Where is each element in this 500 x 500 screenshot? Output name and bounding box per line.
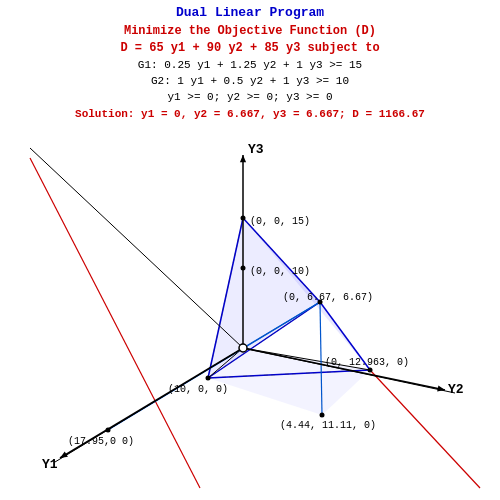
constraint2: G2: 1 y1 + 0.5 y2 + 1 y3 >= 10 [0,74,500,90]
objective-eq: D = 65 y1 + 90 y2 + 85 y3 subject to [0,40,500,57]
objective-label: Minimize the Objective Function (D) [0,23,500,40]
nonnegativity: y1 >= 0; y2 >= 0; y3 >= 0 [0,90,500,106]
solution: Solution: y1 = 0, y2 = 6.667, y3 = 6.667… [0,107,500,123]
title: Dual Linear Program [0,4,500,23]
constraint1: G1: 0.25 y1 + 1.25 y2 + 1 y3 >= 15 [0,58,500,74]
info-panel: Dual Linear Program Minimize the Objecti… [0,4,500,123]
